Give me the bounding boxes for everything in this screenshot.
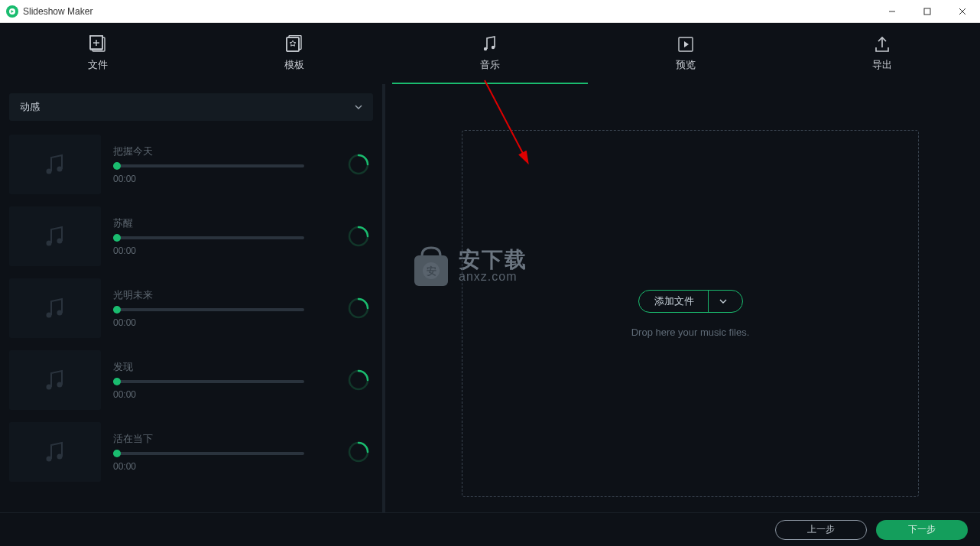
nav-template[interactable]: 模板 bbox=[196, 23, 391, 84]
main: 动感 把握今天 00:00 苏醒 00:00 bbox=[0, 84, 980, 512]
export-icon bbox=[871, 35, 893, 54]
file-add-icon bbox=[87, 35, 109, 54]
nav-export-label: 导出 bbox=[872, 58, 892, 72]
svg-point-17 bbox=[47, 169, 52, 174]
window-title: Slideshow Maker bbox=[23, 6, 92, 17]
music-icon bbox=[479, 35, 501, 54]
template-icon bbox=[284, 35, 305, 54]
track-list[interactable]: 把握今天 00:00 苏醒 00:00 光明未来 00:0 bbox=[9, 132, 373, 499]
category-label: 动感 bbox=[20, 100, 40, 114]
nav-file-label: 文件 bbox=[88, 58, 108, 72]
nav-export[interactable]: 导出 bbox=[784, 23, 980, 84]
add-file-button[interactable]: 添加文件 bbox=[638, 290, 743, 313]
track-slider[interactable] bbox=[113, 380, 304, 383]
track-time: 00:00 bbox=[113, 389, 335, 400]
track-time: 00:00 bbox=[113, 461, 335, 472]
svg-point-34 bbox=[423, 262, 440, 279]
chevron-down-icon bbox=[719, 297, 727, 305]
track-loading-icon bbox=[347, 225, 370, 248]
close-button[interactable] bbox=[945, 0, 980, 23]
music-note-icon bbox=[41, 151, 69, 178]
track-thumb bbox=[9, 350, 101, 410]
track-info: 活在当下 00:00 bbox=[113, 432, 335, 472]
slider-thumb[interactable] bbox=[113, 306, 121, 314]
nav-preview-label: 预览 bbox=[676, 58, 696, 72]
track-row[interactable]: 苏醒 00:00 bbox=[9, 203, 370, 269]
svg-rect-2 bbox=[924, 8, 930, 15]
slider-thumb[interactable] bbox=[113, 162, 121, 170]
nav-file[interactable]: 文件 bbox=[0, 23, 196, 84]
nav-music[interactable]: 音乐 bbox=[392, 23, 588, 84]
track-loading-icon bbox=[347, 297, 370, 320]
nav-template-label: 模板 bbox=[284, 58, 304, 72]
svg-point-29 bbox=[47, 457, 52, 462]
track-thumb bbox=[9, 278, 101, 338]
add-file-chevron[interactable] bbox=[708, 291, 727, 312]
svg-point-21 bbox=[57, 239, 63, 244]
sidebar: 动感 把握今天 00:00 苏醒 00:00 bbox=[0, 84, 382, 512]
track-time: 00:00 bbox=[113, 317, 335, 328]
preview-icon bbox=[675, 35, 696, 54]
track-info: 把握今天 00:00 bbox=[113, 145, 335, 184]
svg-point-14 bbox=[484, 47, 487, 50]
window-controls bbox=[875, 0, 980, 23]
track-info: 发现 00:00 bbox=[113, 360, 335, 400]
music-note-icon bbox=[41, 438, 69, 466]
music-note-icon bbox=[41, 294, 69, 322]
track-slider[interactable] bbox=[113, 236, 304, 239]
svg-point-18 bbox=[57, 167, 63, 172]
maximize-button[interactable] bbox=[910, 0, 945, 23]
track-title: 发现 bbox=[113, 360, 335, 374]
track-loading-icon bbox=[347, 440, 370, 463]
track-thumb bbox=[9, 135, 101, 194]
footer: 上一步 下一步 bbox=[0, 512, 980, 546]
add-file-label: 添加文件 bbox=[654, 294, 694, 308]
track-info: 苏醒 00:00 bbox=[113, 216, 335, 256]
svg-point-30 bbox=[57, 454, 63, 460]
track-title: 苏醒 bbox=[113, 216, 335, 230]
track-row[interactable]: 活在当下 00:00 bbox=[9, 419, 370, 485]
track-slider[interactable] bbox=[113, 452, 304, 455]
minimize-button[interactable] bbox=[875, 0, 910, 23]
nav-music-label: 音乐 bbox=[480, 58, 500, 72]
slider-thumb[interactable] bbox=[113, 450, 121, 457]
track-loading-icon bbox=[347, 369, 370, 392]
svg-point-27 bbox=[57, 382, 63, 388]
top-nav: 文件 模板 音乐 bbox=[0, 23, 980, 84]
track-thumb bbox=[9, 422, 101, 482]
app-body: 文件 模板 音乐 bbox=[0, 23, 980, 546]
track-slider[interactable] bbox=[113, 164, 304, 167]
music-note-icon bbox=[41, 223, 69, 250]
watermark-bag-icon: 安 bbox=[408, 245, 454, 288]
track-title: 光明未来 bbox=[113, 288, 335, 302]
track-thumb bbox=[9, 206, 101, 266]
svg-text:安: 安 bbox=[427, 265, 436, 277]
track-loading-icon bbox=[347, 153, 370, 176]
next-button[interactable]: 下一步 bbox=[876, 520, 968, 540]
slider-thumb[interactable] bbox=[113, 234, 121, 242]
prev-label: 上一步 bbox=[807, 523, 835, 536]
svg-point-15 bbox=[492, 46, 495, 49]
track-row[interactable]: 把握今天 00:00 bbox=[9, 132, 370, 197]
track-time: 00:00 bbox=[113, 245, 335, 256]
music-note-icon bbox=[41, 366, 69, 394]
chevron-down-icon bbox=[355, 103, 362, 111]
svg-point-24 bbox=[57, 310, 63, 316]
category-select[interactable]: 动感 bbox=[9, 93, 373, 121]
prev-button[interactable]: 上一步 bbox=[775, 520, 867, 540]
svg-point-20 bbox=[47, 241, 52, 246]
next-label: 下一步 bbox=[908, 523, 936, 536]
track-title: 把握今天 bbox=[113, 145, 335, 158]
svg-point-26 bbox=[47, 385, 52, 390]
track-row[interactable]: 发现 00:00 bbox=[9, 347, 370, 413]
slider-thumb[interactable] bbox=[113, 378, 121, 385]
track-time: 00:00 bbox=[113, 174, 335, 184]
nav-preview[interactable]: 预览 bbox=[588, 23, 784, 84]
track-slider[interactable] bbox=[113, 308, 304, 311]
drop-zone[interactable]: 添加文件 Drop here your music files. bbox=[462, 130, 919, 497]
svg-point-23 bbox=[47, 313, 52, 318]
svg-rect-12 bbox=[287, 37, 299, 51]
app-logo-icon bbox=[6, 5, 18, 18]
track-row[interactable]: 光明未来 00:00 bbox=[9, 275, 370, 341]
content-area: 安 安下载 anxz.com 添加文件 Drop here your music… bbox=[385, 84, 980, 512]
